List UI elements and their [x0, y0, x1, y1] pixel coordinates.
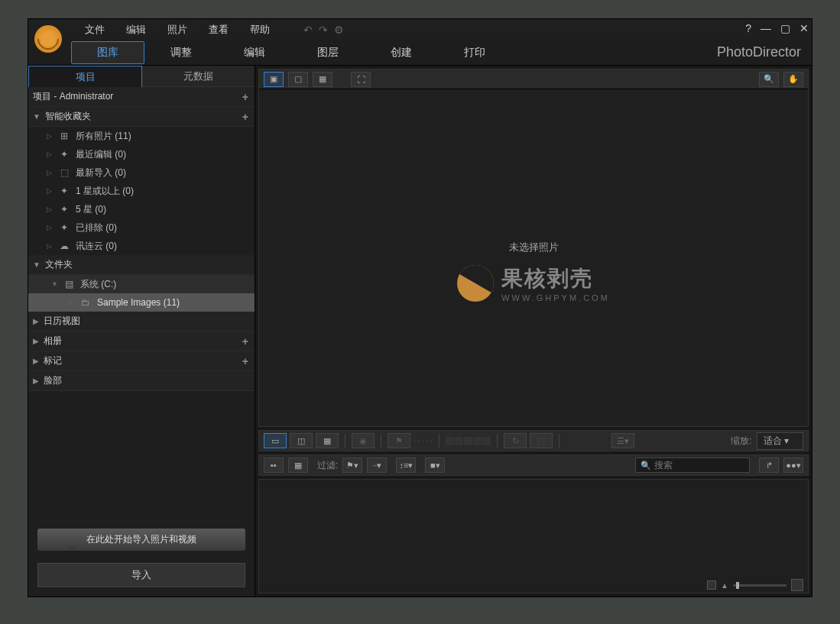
section-tag[interactable]: ▶标记+	[28, 351, 255, 371]
view-mode1-icon[interactable]: ▪▪	[264, 457, 284, 473]
caret-right-icon: ▶	[33, 317, 39, 325]
caret-right-icon: ▶	[33, 377, 39, 385]
section-folders-label: 文件夹	[45, 258, 73, 271]
search-box[interactable]: 🔍 ✕	[635, 457, 750, 473]
watermark-sub: WWW.GHPYM.COM	[501, 293, 610, 302]
preview-toolbar: ▣ ▢ ▦ ⛶ 🔍 ✋	[259, 70, 808, 89]
sidebar: 项目 元数据 项目 - Administrator + ▼ 智能收藏夹 + ▷⊞…	[28, 66, 255, 597]
add-project-icon[interactable]: +	[242, 91, 248, 103]
zoom-select[interactable]: 适合 ▾	[757, 432, 803, 450]
layout-compare-icon[interactable]: ◫	[290, 433, 313, 448]
caret-right-icon: ▶	[33, 337, 39, 345]
export-icon[interactable]: ↱	[759, 457, 779, 473]
tri-icon: ▷	[47, 169, 53, 176]
list-icon[interactable]: ☰▾	[611, 433, 634, 448]
flag-icon[interactable]: ⚑	[388, 433, 410, 448]
import-button[interactable]: 导入	[37, 563, 245, 587]
color-labels[interactable]	[446, 437, 491, 445]
add-smart-icon[interactable]: +	[242, 111, 248, 123]
section-face[interactable]: ▶脸部	[28, 371, 255, 391]
tri-icon: ▷	[47, 187, 53, 195]
tri-icon: ▷	[47, 132, 53, 140]
module-create[interactable]: 创建	[365, 41, 438, 64]
crop-icon[interactable]: ⬚	[530, 433, 553, 448]
face-detect-icon[interactable]: ◉	[352, 433, 375, 448]
thumb-large-icon[interactable]	[791, 579, 803, 591]
module-layer[interactable]: 图层	[291, 41, 365, 64]
mid-toolbar: ▭ ◫ ▦ ◉ ⚑ · · · · · ↻ ⬚ ☰▾ 缩放: 适合	[258, 430, 809, 451]
rotate-icon[interactable]: ↻	[504, 433, 527, 448]
section-smart-label: 智能收藏夹	[45, 110, 91, 123]
smart-excluded[interactable]: ▷✦已排除 (0)	[28, 218, 255, 237]
project-header-label: 项目 - Administrator	[33, 90, 113, 103]
import-tooltip: 在此处开始导入照片和视频	[37, 529, 245, 551]
watermark-logo-icon	[457, 265, 494, 302]
module-library[interactable]: 图库	[71, 41, 144, 64]
module-print[interactable]: 打印	[438, 41, 511, 64]
add-tag-icon[interactable]: +	[242, 355, 248, 367]
sparkle-icon: ✦	[59, 222, 70, 233]
app-logo-icon	[34, 25, 62, 53]
smart-cloud[interactable]: ▷☁讯连云 (0)	[28, 237, 255, 255]
share-flickr-icon[interactable]: ●●▾	[783, 457, 803, 473]
menu-photo[interactable]: 照片	[157, 20, 198, 40]
menu-file[interactable]: 文件	[74, 20, 115, 40]
maximize-icon[interactable]: ▢	[780, 22, 790, 34]
help-icon[interactable]: ?	[745, 22, 751, 34]
layout-grid-icon[interactable]: ▦	[316, 433, 339, 448]
module-edit[interactable]: 编辑	[218, 41, 291, 64]
smart-recent-edit[interactable]: ▷✦最近编辑 (0)	[28, 145, 255, 163]
smart-latest-import[interactable]: ▷⬚最新导入 (0)	[28, 163, 255, 182]
view-single-icon[interactable]: ▣	[264, 72, 284, 87]
tab-metadata[interactable]: 元数据	[142, 66, 255, 87]
folder-system-c[interactable]: ▼▤系统 (C:)	[28, 275, 255, 293]
smart-1star[interactable]: ▷✦1 星或以上 (0)	[28, 182, 255, 200]
undo-icon[interactable]: ↶	[303, 24, 313, 36]
filter-flag-icon[interactable]: ⚑▾	[342, 457, 362, 473]
view-image-icon[interactable]: ▢	[288, 72, 308, 87]
tri-icon: ▷	[68, 299, 74, 306]
close-icon[interactable]: ✕	[799, 22, 809, 34]
smart-all-photos[interactable]: ▷⊞所有照片 (11)	[28, 127, 255, 145]
minimize-icon[interactable]: —	[761, 22, 771, 34]
import-icon: ⬚	[59, 167, 70, 178]
fullscreen-icon[interactable]: ⛶	[351, 72, 371, 87]
view-mode2-icon[interactable]: ▦	[288, 457, 308, 473]
filter-rating-icon[interactable]: ··▾	[367, 457, 387, 473]
section-folders[interactable]: ▼ 文件夹	[28, 255, 255, 275]
section-album[interactable]: ▶相册+	[28, 331, 255, 351]
thumb-size-slider[interactable]	[733, 584, 786, 587]
menu-view[interactable]: 查看	[198, 20, 239, 40]
settings-gear-icon[interactable]: ⚙	[334, 24, 344, 36]
hand-pan-icon[interactable]: ✋	[783, 72, 803, 87]
brand-label: PhotoDirector	[717, 44, 801, 60]
cloud-icon: ☁	[59, 241, 70, 251]
thumbnail-strip: ▲	[258, 479, 809, 593]
search-input[interactable]	[654, 460, 769, 470]
smart-5star[interactable]: ▷✦5 星 (0)	[28, 200, 255, 218]
section-calendar[interactable]: ▶日历视图	[28, 312, 255, 331]
menu-help[interactable]: 帮助	[239, 20, 281, 40]
thumb-small-icon[interactable]	[707, 580, 716, 590]
menu-edit[interactable]: 编辑	[115, 20, 157, 40]
filter-color-icon[interactable]: ■▾	[425, 457, 445, 473]
search-icon: 🔍	[641, 461, 651, 470]
caret-down-icon: ▼	[51, 280, 57, 288]
layout-single-icon[interactable]: ▭	[264, 433, 287, 448]
filter-label: 过滤:	[317, 459, 338, 472]
folder-sample-images[interactable]: ▷🗀Sample Images (11)	[28, 293, 255, 312]
drive-icon: ▤	[63, 279, 74, 289]
view-grid-icon[interactable]: ▦	[313, 72, 332, 87]
tab-project[interactable]: 项目	[28, 66, 142, 87]
zoom-icon[interactable]: 🔍	[759, 72, 779, 87]
tri-icon: ▷	[47, 150, 53, 158]
section-smart[interactable]: ▼ 智能收藏夹 +	[28, 107, 255, 127]
folder-icon: 🗀	[80, 297, 91, 308]
sparkle-icon: ✦	[59, 186, 70, 196]
tree-icon: ⊞	[59, 131, 70, 141]
add-album-icon[interactable]: +	[242, 335, 248, 348]
project-header[interactable]: 项目 - Administrator +	[28, 87, 255, 107]
module-adjust[interactable]: 调整	[144, 41, 218, 64]
sort-icon[interactable]: ↕≡▾	[396, 457, 416, 473]
redo-icon[interactable]: ↷	[319, 24, 328, 36]
